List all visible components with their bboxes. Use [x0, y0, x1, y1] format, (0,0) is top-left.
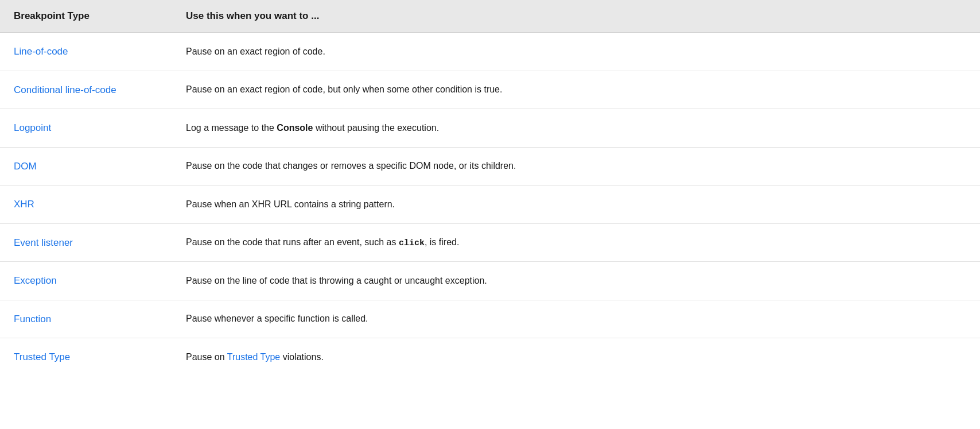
type-link-function[interactable]: Function — [14, 314, 51, 324]
desc-cell-event-listener: Pause on the code that runs after an eve… — [172, 223, 980, 262]
desc-cell-exception: Pause on the line of code that is throwi… — [172, 262, 980, 300]
table-row: FunctionPause whenever a specific functi… — [0, 300, 980, 338]
bold-word: Console — [277, 123, 313, 133]
table-row: LogpointLog a message to the Console wit… — [0, 109, 980, 148]
code-word: click — [399, 238, 425, 248]
table-container: Breakpoint Type Use this when you want t… — [0, 0, 980, 429]
type-cell-exception[interactable]: Exception — [0, 262, 172, 300]
table-row: Line-of-codePause on an exact region of … — [0, 33, 980, 71]
col-header-use: Use this when you want to ... — [172, 0, 980, 33]
type-cell-function[interactable]: Function — [0, 300, 172, 338]
table-row: DOMPause on the code that changes or rem… — [0, 147, 980, 185]
type-cell-trusted-type[interactable]: Trusted Type — [0, 338, 172, 376]
type-link-conditional-line-of-code[interactable]: Conditional line-of-code — [14, 84, 116, 95]
type-cell-xhr[interactable]: XHR — [0, 185, 172, 224]
desc-cell-logpoint: Log a message to the Console without pau… — [172, 109, 980, 148]
type-cell-dom[interactable]: DOM — [0, 147, 172, 185]
type-link-logpoint[interactable]: Logpoint — [14, 122, 51, 133]
type-cell-line-of-code[interactable]: Line-of-code — [0, 33, 172, 71]
type-link-dom[interactable]: DOM — [14, 161, 37, 172]
type-link-event-listener[interactable]: Event listener — [14, 237, 73, 248]
desc-cell-trusted-type: Pause on Trusted Type violations. — [172, 338, 980, 376]
desc-cell-line-of-code: Pause on an exact region of code. — [172, 33, 980, 71]
table-row: ExceptionPause on the line of code that … — [0, 262, 980, 300]
type-cell-logpoint[interactable]: Logpoint — [0, 109, 172, 148]
table-row: Trusted TypePause on Trusted Type violat… — [0, 338, 980, 376]
table-header-row: Breakpoint Type Use this when you want t… — [0, 0, 980, 33]
desc-cell-conditional-line-of-code: Pause on an exact region of code, but on… — [172, 71, 980, 109]
inline-link-text[interactable]: Trusted Type — [227, 352, 281, 362]
type-link-xhr[interactable]: XHR — [14, 199, 34, 210]
desc-cell-dom: Pause on the code that changes or remove… — [172, 147, 980, 185]
table-row: Event listenerPause on the code that run… — [0, 223, 980, 262]
type-link-trusted-type[interactable]: Trusted Type — [14, 351, 70, 362]
type-cell-event-listener[interactable]: Event listener — [0, 223, 172, 262]
table-row: XHRPause when an XHR URL contains a stri… — [0, 185, 980, 224]
col-header-type: Breakpoint Type — [0, 0, 172, 33]
table-row: Conditional line-of-codePause on an exac… — [0, 71, 980, 109]
type-link-line-of-code[interactable]: Line-of-code — [14, 46, 68, 57]
type-cell-conditional-line-of-code[interactable]: Conditional line-of-code — [0, 71, 172, 109]
type-link-exception[interactable]: Exception — [14, 275, 57, 286]
desc-cell-function: Pause whenever a specific function is ca… — [172, 300, 980, 338]
desc-cell-xhr: Pause when an XHR URL contains a string … — [172, 185, 980, 224]
breakpoints-table: Breakpoint Type Use this when you want t… — [0, 0, 980, 376]
